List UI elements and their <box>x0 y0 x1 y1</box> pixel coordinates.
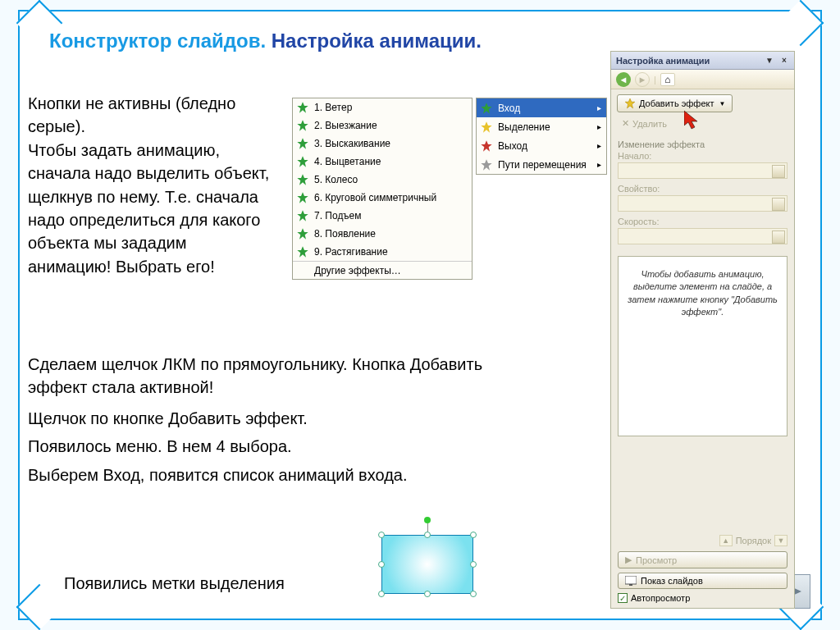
delete-effect-button: ✕ Удалить <box>617 116 672 131</box>
effect-more-item[interactable]: Другие эффекты… <box>293 261 472 279</box>
cat-motion-path[interactable]: Пути перемещения▸ <box>477 155 606 174</box>
effect-item[interactable]: 3. Выскакивание <box>293 135 472 153</box>
svg-marker-12 <box>481 140 491 151</box>
preview-button[interactable]: ▶ Просмотр <box>618 551 788 568</box>
effect-category-menu: Вход▸ Выделение▸ Выход▸ Пути перемещения… <box>476 98 607 175</box>
svg-marker-9 <box>297 246 308 257</box>
order-down-button[interactable]: ▼ <box>774 535 788 546</box>
delete-icon: ✕ <box>622 118 629 129</box>
checkbox-checked-icon[interactable]: ✓ <box>618 593 628 603</box>
animation-list-hint: Чтобы добавить анимацию, выделите элемен… <box>618 256 788 436</box>
selection-label: Появились метки выделения <box>64 574 285 593</box>
svg-marker-3 <box>297 138 308 148</box>
change-effect-label: Изменение эффекта <box>611 136 794 151</box>
pane-menu-button[interactable]: ▼ <box>765 56 774 66</box>
svg-marker-2 <box>297 120 308 130</box>
svg-marker-13 <box>481 159 491 170</box>
title-right: Настройка анимации. <box>272 30 482 52</box>
start-select[interactable] <box>618 162 788 179</box>
selected-shape[interactable] <box>381 535 473 594</box>
resize-handle[interactable] <box>378 532 385 538</box>
cat-exit[interactable]: Выход▸ <box>477 136 606 155</box>
pane-title: Настройка анимации <box>616 56 710 66</box>
title-left: Конструктор слайдов. <box>49 30 266 52</box>
paragraph-1: Кнопки не активны (бледно серые). Чтобы … <box>28 92 274 278</box>
nav-forward-icon[interactable]: ► <box>635 72 650 87</box>
nav-home-icon[interactable]: ⌂ <box>660 73 675 86</box>
svg-rect-15 <box>625 576 637 584</box>
order-up-button[interactable]: ▲ <box>719 535 733 546</box>
effect-item[interactable]: 4. Выцветание <box>293 153 472 171</box>
autopreview-row[interactable]: ✓ Автопросмотр <box>618 593 788 603</box>
svg-marker-7 <box>297 210 308 221</box>
add-effect-button[interactable]: Добавить эффект▼ <box>617 94 733 112</box>
order-row: ▲ Порядок ▼ <box>618 535 788 546</box>
effect-item[interactable]: 9. Растягивание <box>293 243 472 261</box>
pane-nav: ◄ ► | ⌂ <box>611 70 794 89</box>
resize-handle[interactable] <box>424 532 431 538</box>
pane-header: Настройка анимации ▼ × <box>611 52 794 70</box>
svg-marker-10 <box>481 103 491 113</box>
speed-select[interactable] <box>618 228 788 244</box>
paragraph-2: Сделаем щелчок ЛКМ по прямоугольнику. Кн… <box>28 353 487 399</box>
effect-item[interactable]: 6. Круговой симметричный <box>293 189 472 207</box>
resize-handle[interactable] <box>470 561 477 568</box>
start-label: Начало: <box>618 151 788 161</box>
effect-item[interactable]: 7. Подъем <box>293 207 472 225</box>
screen-icon <box>625 576 637 586</box>
resize-handle[interactable] <box>424 591 431 597</box>
svg-rect-16 <box>629 584 632 586</box>
svg-marker-6 <box>297 192 308 203</box>
resize-handle[interactable] <box>378 561 385 568</box>
effect-item[interactable]: 8. Появление <box>293 225 472 243</box>
resize-handle[interactable] <box>378 591 385 597</box>
svg-marker-14 <box>625 98 635 108</box>
effect-item[interactable]: 1. Ветер <box>293 98 472 116</box>
resize-handle[interactable] <box>470 532 477 538</box>
svg-marker-1 <box>297 102 308 112</box>
svg-marker-5 <box>297 174 308 185</box>
effect-item[interactable]: 5. Колесо <box>293 171 472 189</box>
slideshow-button[interactable]: Показ слайдов <box>618 573 788 589</box>
cat-emphasis[interactable]: Выделение▸ <box>477 117 606 136</box>
property-select[interactable] <box>618 195 788 212</box>
paragraph-3: Щелчок по кнопке Добавить эффект. <box>28 407 487 430</box>
nav-back-icon[interactable]: ◄ <box>616 72 631 87</box>
corner-tr <box>778 0 824 46</box>
speed-label: Скорость: <box>618 217 788 226</box>
pane-close-button[interactable]: × <box>779 56 789 66</box>
paragraph-5: Выберем Вход, появится список анимаций в… <box>28 463 487 486</box>
effect-item[interactable]: 2. Выезжание <box>293 116 472 135</box>
rotate-handle[interactable] <box>424 517 431 523</box>
slide-title: Конструктор слайдов. Настройка анимации. <box>49 30 482 52</box>
resize-handle[interactable] <box>470 591 477 597</box>
property-label: Свойство: <box>618 184 788 194</box>
svg-marker-11 <box>481 121 491 132</box>
svg-marker-8 <box>297 228 308 239</box>
entrance-effects-menu: 1. Ветер 2. Выезжание 3. Выскакивание 4.… <box>292 98 472 280</box>
corner-bl <box>16 584 63 630</box>
paragraph-4: Появилось меню. В нем 4 выбора. <box>28 435 487 458</box>
cat-entrance[interactable]: Вход▸ <box>477 98 606 117</box>
svg-marker-4 <box>297 156 308 167</box>
animation-task-pane: Настройка анимации ▼ × ◄ ► | ⌂ Добавить … <box>610 51 795 609</box>
play-icon: ▶ <box>625 555 632 565</box>
